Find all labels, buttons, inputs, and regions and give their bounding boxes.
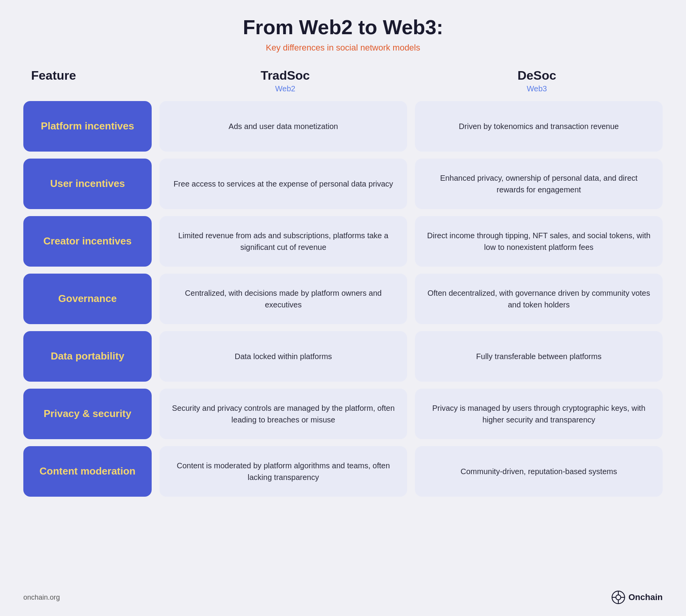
feature-cell-3: Governance (23, 274, 152, 324)
tradsoc-cell-2: Limited revenue from ads and subscriptio… (159, 216, 407, 267)
comparison-table: Feature TradSoc Web2 DeSoc Web3 Platform… (23, 68, 663, 497)
table-rows: Platform incentivesAds and user data mon… (23, 101, 663, 497)
page-header: From Web2 to Web3: Key differences in so… (23, 16, 663, 53)
feature-label-4: Data portability (51, 350, 124, 363)
feature-cell-4: Data portability (23, 331, 152, 382)
table-row: Creator incentivesLimited revenue from a… (23, 216, 663, 267)
brand-icon (611, 590, 625, 604)
feature-label-3: Governance (58, 292, 117, 305)
table-row: Content moderationContent is moderated b… (23, 446, 663, 497)
desoc-cell-4: Fully transferable between platforms (415, 331, 663, 382)
footer-brand: Onchain (611, 590, 663, 604)
feature-cell-6: Content moderation (23, 446, 152, 497)
desoc-cell-3: Often decentralized, with governance dri… (415, 274, 663, 324)
feature-cell-2: Creator incentives (23, 216, 152, 267)
tradsoc-cell-0: Ads and user data monetization (159, 101, 407, 152)
desoc-cell-2: Direct income through tipping, NFT sales… (415, 216, 663, 267)
feature-cell-0: Platform incentives (23, 101, 152, 152)
table-row: Data portabilityData locked within platf… (23, 331, 663, 382)
table-row: GovernanceCentralized, with decisions ma… (23, 274, 663, 324)
brand-name: Onchain (628, 592, 663, 602)
subtitle: Key differences in social network models (23, 43, 663, 53)
desoc-column-header: DeSoc Web3 (415, 68, 659, 93)
column-headers: Feature TradSoc Web2 DeSoc Web3 (23, 68, 663, 93)
svg-point-1 (616, 595, 621, 600)
main-title: From Web2 to Web3: (23, 16, 663, 39)
feature-label-0: Platform incentives (41, 120, 134, 133)
desoc-cell-0: Driven by tokenomics and transaction rev… (415, 101, 663, 152)
tradsoc-cell-6: Content is moderated by platform algorit… (159, 446, 407, 497)
footer-url: onchain.org (23, 593, 60, 602)
desoc-cell-6: Community-driven, reputation-based syste… (415, 446, 663, 497)
feature-cell-1: User incentives (23, 159, 152, 209)
tradsoc-cell-5: Security and privacy controls are manage… (159, 389, 407, 439)
feature-label-2: Creator incentives (44, 235, 132, 248)
tradsoc-cell-1: Free access to services at the expense o… (159, 159, 407, 209)
table-row: Platform incentivesAds and user data mon… (23, 101, 663, 152)
footer: onchain.org Onchain (23, 590, 663, 604)
feature-column-header: Feature (27, 68, 156, 93)
feature-label-6: Content moderation (40, 465, 136, 478)
tradsoc-column-header: TradSoc Web2 (163, 68, 407, 93)
tradsoc-cell-3: Centralized, with decisions made by plat… (159, 274, 407, 324)
desoc-cell-1: Enhanced privacy, ownership of personal … (415, 159, 663, 209)
table-row: User incentivesFree access to services a… (23, 159, 663, 209)
table-row: Privacy & securitySecurity and privacy c… (23, 389, 663, 439)
feature-label-1: User incentives (50, 177, 125, 190)
feature-cell-5: Privacy & security (23, 389, 152, 439)
desoc-cell-5: Privacy is managed by users through cryp… (415, 389, 663, 439)
tradsoc-cell-4: Data locked within platforms (159, 331, 407, 382)
feature-label-5: Privacy & security (44, 407, 131, 421)
